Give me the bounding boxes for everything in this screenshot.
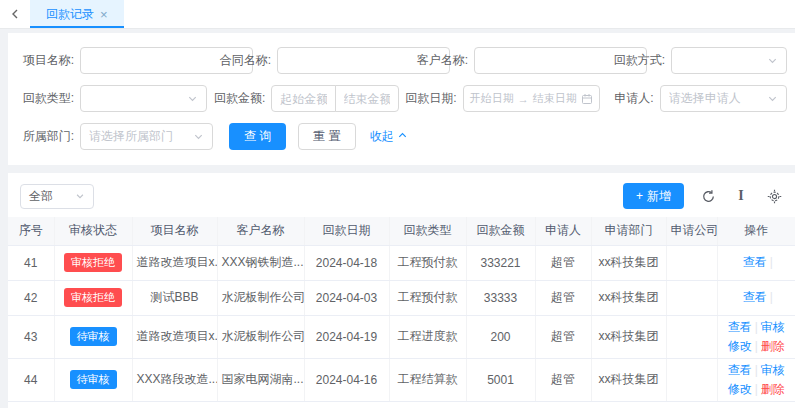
refresh-icon[interactable] — [699, 187, 717, 205]
reset-button[interactable]: 重 置 — [298, 123, 355, 150]
table-header-row: 序号 审核状态 项目名称 客户名称 回款日期 回款类型 回款金额 申请人 申请部… — [8, 217, 795, 245]
amount-start-input[interactable] — [271, 85, 335, 112]
cell-company — [666, 280, 717, 315]
applicant-select[interactable]: 请选择申请人 — [660, 85, 787, 112]
cell-department: xx科技集团 — [591, 245, 666, 280]
cell-applicant: 超管 — [535, 280, 591, 315]
cell-date: 2024-04-03 — [304, 280, 389, 315]
cell-date: 2024-04-16 — [304, 358, 389, 401]
edit-link[interactable]: 修改 — [728, 382, 752, 396]
cell-project: 道路改造项目x... — [132, 245, 217, 280]
op-divider: | — [755, 382, 758, 396]
view-link[interactable]: 查看 — [743, 255, 767, 269]
scope-select[interactable]: 全部 — [20, 184, 94, 209]
cell-applicant: 超管 — [535, 245, 591, 280]
applicant-placeholder: 请选择申请人 — [669, 90, 741, 107]
date-range-picker[interactable]: 开始日期 → 结束日期 — [463, 85, 600, 112]
payment-method-select[interactable] — [671, 47, 787, 74]
tab-label: 回款记录 — [46, 6, 94, 23]
add-button[interactable]: + 新增 — [623, 183, 684, 209]
op-divider: | — [770, 290, 773, 304]
chevron-down-icon — [767, 90, 778, 108]
op-divider: | — [755, 320, 758, 334]
chevron-down-icon — [193, 128, 204, 146]
status-badge: 待审核 — [70, 370, 117, 389]
cell-index: 41 — [8, 245, 54, 280]
records-table: 序号 审核状态 项目名称 客户名称 回款日期 回款类型 回款金额 申请人 申请部… — [8, 217, 795, 402]
col-apply-company: 申请公司 — [666, 217, 717, 245]
filter-payment-type: 回款类型: — [16, 85, 207, 112]
cell-customer: 水泥板制作公司 — [217, 315, 304, 358]
col-payment-type: 回款类型 — [389, 217, 466, 245]
table-row: 44 待审核 XXX路段改造... 国家电网湖南... 2024-04-16 工… — [8, 358, 795, 401]
cell-date: 2024-04-19 — [304, 315, 389, 358]
cell-applicant: 超管 — [535, 358, 591, 401]
applicant-label: 申请人: — [596, 90, 660, 107]
department-select[interactable]: 请选择所属部门 — [80, 123, 213, 150]
col-payment-amount: 回款金额 — [466, 217, 535, 245]
plus-icon: + — [636, 189, 643, 203]
filter-payment-date: 回款日期: 开始日期 → 结束日期 — [399, 85, 596, 112]
cell-customer: XXX钢铁制造... — [217, 245, 304, 280]
delete-link[interactable]: 删除 — [761, 339, 785, 353]
chevron-down-icon — [75, 187, 85, 205]
view-link[interactable]: 查看 — [728, 320, 752, 334]
tab-payment-records[interactable]: 回款记录 × — [30, 0, 124, 28]
filter-payment-method: 回款方式: — [607, 47, 787, 74]
cell-amount: 5001 — [466, 358, 535, 401]
col-index: 序号 — [8, 217, 54, 245]
payment-type-select[interactable] — [80, 85, 207, 112]
customer-name-label: 客户名称: — [410, 52, 474, 69]
chevron-up-icon — [397, 130, 408, 144]
density-icon[interactable]: I — [732, 187, 750, 205]
col-project-name: 项目名称 — [132, 217, 217, 245]
col-payment-date: 回款日期 — [304, 217, 389, 245]
cell-customer: 水泥板制作公司 — [217, 280, 304, 315]
cell-status: 审核拒绝 — [54, 280, 132, 315]
date-end-placeholder: 结束日期 — [533, 91, 577, 106]
edit-link[interactable]: 修改 — [728, 339, 752, 353]
tab-bar: 回款记录 × — [0, 0, 795, 29]
column-settings-gear-icon[interactable] — [765, 187, 783, 205]
cell-index: 44 — [8, 358, 54, 401]
cell-operations: 查看|审核 修改|删除 — [717, 315, 795, 358]
page-content: 项目名称: 合同名称: 客户名称: 回款方式: — [0, 29, 795, 408]
cell-department: xx科技集团 — [591, 315, 666, 358]
view-link[interactable]: 查看 — [728, 363, 752, 377]
cell-amount: 33333 — [466, 280, 535, 315]
table-row: 42 审核拒绝 测试BBB 水泥板制作公司 2024-04-03 工程预付款 3… — [8, 280, 795, 315]
payment-type-label: 回款类型: — [16, 90, 80, 107]
filter-customer-name: 客户名称: — [410, 47, 607, 74]
amount-range — [271, 85, 398, 112]
view-link[interactable]: 查看 — [743, 290, 767, 304]
payment-amount-label: 回款金额: — [207, 90, 271, 107]
col-apply-department: 申请部门 — [591, 217, 666, 245]
amount-end-input[interactable] — [335, 85, 399, 112]
audit-link[interactable]: 审核 — [761, 320, 785, 334]
back-chevron-icon[interactable] — [0, 0, 30, 28]
cell-company — [666, 358, 717, 401]
filter-row-2: 回款类型: 回款金额: 回款日期: 开始日期 — [16, 85, 787, 112]
cell-project: 测试BBB — [132, 280, 217, 315]
audit-link[interactable]: 审核 — [761, 363, 785, 377]
search-button[interactable]: 查 询 — [229, 123, 286, 150]
cell-index: 43 — [8, 315, 54, 358]
cell-index: 42 — [8, 280, 54, 315]
cell-date: 2024-04-18 — [304, 245, 389, 280]
table-row: 41 审核拒绝 道路改造项目x... XXX钢铁制造... 2024-04-18… — [8, 245, 795, 280]
cell-type: 工程预付款 — [389, 280, 466, 315]
cell-company — [666, 315, 717, 358]
op-divider: | — [770, 255, 773, 269]
cell-operations: 查看|审核 修改|删除 — [717, 358, 795, 401]
op-divider: | — [755, 363, 758, 377]
cell-project: 道路改造项目x... — [132, 315, 217, 358]
op-divider: | — [755, 339, 758, 353]
delete-link[interactable]: 删除 — [761, 382, 785, 396]
cell-operations: 查看| — [717, 245, 795, 280]
cell-amount: 333221 — [466, 245, 535, 280]
filter-row-1: 项目名称: 合同名称: 客户名称: 回款方式: — [16, 47, 787, 74]
collapse-link[interactable]: 收起 — [370, 123, 408, 150]
close-icon[interactable]: × — [100, 8, 108, 21]
cell-department: xx科技集团 — [591, 280, 666, 315]
cell-type: 工程结算款 — [389, 358, 466, 401]
